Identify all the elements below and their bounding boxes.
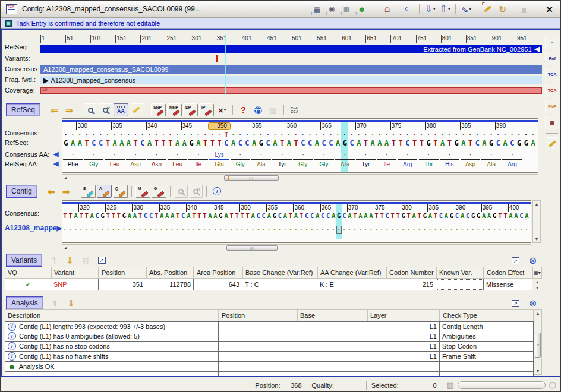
chromatogram-icon[interactable]: ▦ (545, 116, 559, 129)
consensus-aa-codon: · (188, 151, 208, 160)
scroll-left-icon[interactable]: ◂ (64, 175, 67, 181)
overview-frag-bar[interactable]: ▶ A12308_mapped_consensus (40, 76, 542, 84)
snp-table-icon[interactable]: SNP (545, 100, 559, 113)
close-icon[interactable]: × (543, 2, 556, 15)
dp-tool[interactable]: DP (183, 103, 198, 116)
sequence-tool[interactable]: S (81, 185, 96, 198)
home-icon[interactable]: ⌂ (380, 2, 394, 15)
refseq-sequence-area[interactable]: 330335340345350355360365370375380385390·… (62, 118, 538, 173)
refseq-scroll-thumb[interactable]: ||| (224, 175, 279, 181)
mnp-tool[interactable]: MNP (167, 103, 182, 116)
scroll-down-icon[interactable]: ▼ (533, 237, 540, 241)
analysis-column-header[interactable]: Base (297, 309, 367, 321)
analysis-cell-check_type (440, 362, 534, 372)
consensus-dot: · (160, 131, 167, 138)
snp-tool[interactable]: SNP (151, 103, 166, 116)
overview-plot[interactable]: Extracted from GenBank NC_002951 ◀ A1230… (40, 34, 542, 96)
column-picker-icon[interactable]: ▦▾ (532, 267, 542, 279)
refresh-icon[interactable]: ↻ (496, 2, 509, 15)
info-icon[interactable]: i (210, 185, 224, 198)
ip-tool[interactable]: IP (199, 103, 214, 116)
tca-editor-icon[interactable]: TCA (545, 68, 559, 81)
contig-vscrollbar[interactable]: ▲ ▼ (532, 200, 541, 243)
contig-panel-button[interactable]: Contig (6, 185, 37, 198)
variants-column-header[interactable]: Abs. Position (146, 267, 194, 279)
export-image-icon[interactable]: ▩↑ (340, 2, 354, 15)
contig-scroll-thumb[interactable]: ||| (226, 245, 278, 251)
nav-up-icon[interactable]: ⇑▾ (438, 2, 452, 15)
analysis-column-header[interactable]: Position (219, 309, 297, 321)
nav-back-icon[interactable]: ⇐ (402, 2, 415, 15)
scroll-up-icon[interactable]: ▲ (533, 202, 540, 206)
overview-refseq-bar[interactable]: Extracted from GenBank NC_002951 ◀ (40, 45, 542, 53)
nav-right-icon[interactable]: ⇒ (59, 185, 73, 198)
variants-column-header[interactable]: AA Change (Var:Ref) (317, 267, 386, 279)
base-letter: T (209, 139, 216, 147)
move-down-icon[interactable]: ⇓ (64, 296, 78, 309)
gap-tool[interactable]: G (152, 185, 166, 198)
open-external-icon[interactable]: ↗ (95, 254, 109, 267)
refseq-panel-button[interactable]: RefSeq (6, 103, 40, 116)
consensus-dot: · (383, 131, 390, 138)
scroll-up-icon[interactable]: ▲ (534, 311, 541, 315)
overview-coverage-bar[interactable]: 1/0 (40, 87, 542, 94)
overview-consensus-bar[interactable]: A12308_mapped_consensus_SACOL0099 (40, 65, 542, 74)
jump-icon[interactable]: ⇘▾ (459, 2, 473, 15)
nav-down-icon[interactable]: ⇓▾ (423, 2, 437, 15)
contig-sequence-area[interactable]: 3203253303353403453503553603653703753803… (62, 200, 531, 243)
verify-icon[interactable]: ? (237, 103, 250, 116)
feather-edit-icon[interactable] (546, 137, 559, 150)
variants-column-header[interactable]: Codon Effect (484, 267, 532, 279)
close-panel-icon[interactable]: ⊗ (526, 297, 540, 310)
detach-panel-icon[interactable]: ↗ (509, 254, 522, 267)
variants-column-header[interactable]: Position (99, 267, 146, 279)
aa-ruler-toggle[interactable]: AA (114, 103, 128, 116)
contig-hscrollbar[interactable]: ◂ ||| (62, 244, 531, 251)
consensus-dot: · (418, 131, 426, 138)
move-down-icon[interactable]: ⇓ (63, 254, 77, 267)
analysis-column-header[interactable]: Layer (367, 309, 440, 321)
zoom-out-icon[interactable]: × (99, 103, 112, 116)
edit-icon[interactable]: E (481, 2, 494, 15)
ref-ruler-icon[interactable]: Ref (545, 52, 559, 65)
variants-column-header[interactable]: Codon Number (386, 267, 436, 279)
scroll-down-icon[interactable]: ▼ (534, 286, 541, 290)
variants-column-header[interactable]: Area Position (194, 267, 242, 279)
scroll-down-icon[interactable]: ▼ (534, 369, 541, 373)
remove-variant-icon[interactable]: ×▾ (215, 103, 229, 116)
tca-plain-icon[interactable]: TCA (545, 84, 559, 97)
annotation-tool[interactable]: A (97, 185, 112, 198)
nav-left-icon[interactable]: ⇐ (48, 103, 61, 116)
read-name-label[interactable]: A12308_mappe▶ (5, 224, 62, 232)
analysis-column-header[interactable]: Check Type (440, 309, 534, 321)
web-search-icon[interactable] (251, 103, 265, 116)
nav-left-icon[interactable]: ⇐ (45, 185, 58, 198)
base-letter: A (118, 139, 125, 147)
variants-cell-position: 351 (99, 279, 146, 290)
variants-column-header[interactable]: Variant (51, 267, 99, 279)
scroll-left-icon[interactable]: ◂ (64, 245, 67, 251)
export-result-icon[interactable]: ☻↑ (355, 2, 368, 15)
alignment-icon[interactable]: C–ACCA (288, 103, 301, 116)
variants-cell-known_var[interactable] (436, 279, 484, 290)
analysis-scroll-thumb[interactable]: ≡ (535, 333, 541, 358)
variants-panel-button[interactable]: Variants (6, 254, 42, 267)
mismatch-tool[interactable]: M (135, 185, 150, 198)
variants-column-header[interactable]: VQ (5, 267, 51, 279)
export-view-icon[interactable]: ◉↑ (325, 2, 339, 15)
variants-column-header[interactable]: Base Change (Var:Ref) (242, 267, 317, 279)
analysis-panel-button[interactable]: Analysis (6, 296, 43, 309)
analysis-column-header[interactable]: Description (5, 309, 219, 321)
quality-tool[interactable]: Q (113, 185, 128, 198)
detach-panel-icon[interactable]: ↗ (509, 297, 522, 310)
nav-right-icon[interactable]: ⇒ (62, 103, 76, 116)
refseq-hscrollbar[interactable]: ◂ ||| (62, 174, 538, 181)
overview-panel-icon[interactable]: ≡ (545, 36, 559, 49)
highlight-pencil-icon[interactable] (130, 103, 143, 116)
zoom-in-icon[interactable] (84, 103, 97, 116)
export-table-icon[interactable]: ▦↑ (310, 2, 324, 15)
variants-column-header[interactable]: Known Var. (436, 267, 484, 279)
analysis-vscrollbar[interactable]: ▲ ≡ ▼ (534, 309, 542, 375)
close-panel-icon[interactable]: ⊗ (526, 254, 540, 267)
scroll-up-icon[interactable]: ▲ (534, 280, 541, 284)
